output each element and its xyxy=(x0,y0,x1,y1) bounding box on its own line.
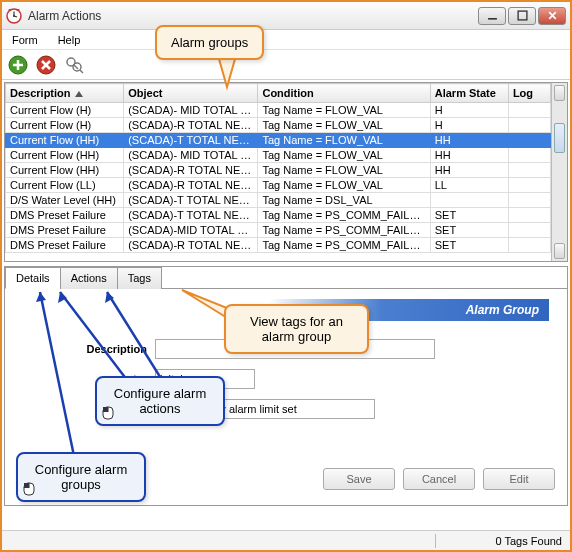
close-button[interactable] xyxy=(538,7,566,25)
cell-description: Current Flow (HH) xyxy=(6,163,124,178)
table-row[interactable]: Current Flow (LL)(SCADA)-R TOTAL NETW…Ta… xyxy=(6,178,551,193)
section-title: Alarm Group xyxy=(466,303,539,317)
titlebar: Alarm Actions xyxy=(2,2,570,30)
cell-object: (SCADA)-T TOTAL NET… xyxy=(124,133,258,148)
cell-log xyxy=(508,178,550,193)
cell-alarm_state: H xyxy=(430,103,508,118)
toolbar xyxy=(2,50,570,80)
cell-log xyxy=(508,133,550,148)
grid-container: Description Object Condition Alarm State… xyxy=(4,82,568,262)
alarm-grid[interactable]: Description Object Condition Alarm State… xyxy=(5,83,551,261)
callout-view-tags: View tags for an alarm group xyxy=(224,304,369,354)
cell-alarm_state: HH xyxy=(430,148,508,163)
cell-condition: Tag Name = FLOW_VAL xyxy=(258,178,430,193)
col-object[interactable]: Object xyxy=(124,84,258,103)
cell-description: DMS Preset Failure xyxy=(6,238,124,253)
cell-description: DMS Preset Failure xyxy=(6,208,124,223)
maximize-button[interactable] xyxy=(508,7,536,25)
edit-button[interactable]: Edit xyxy=(483,468,555,490)
cancel-button[interactable]: Cancel xyxy=(403,468,475,490)
cell-alarm_state xyxy=(430,193,508,208)
cell-description: Current Flow (HH) xyxy=(6,133,124,148)
svg-rect-27 xyxy=(24,483,29,488)
cell-alarm_state: HH xyxy=(430,133,508,148)
cell-object: (SCADA)-MID TOTAL NET. xyxy=(124,223,258,238)
sort-asc-icon xyxy=(75,91,83,97)
minimize-button[interactable] xyxy=(478,7,506,25)
cell-log xyxy=(508,103,550,118)
svg-rect-5 xyxy=(17,9,20,11)
window-title: Alarm Actions xyxy=(28,9,478,23)
cell-log xyxy=(508,223,550,238)
app-icon xyxy=(6,8,22,24)
search-button[interactable] xyxy=(62,53,86,77)
cell-description: DMS Preset Failure xyxy=(6,223,124,238)
cell-log xyxy=(508,208,550,223)
callout-alarm-groups: Alarm groups xyxy=(155,25,264,60)
menu-form[interactable]: Form xyxy=(6,32,44,48)
tab-actions[interactable]: Actions xyxy=(60,267,118,289)
tab-tags[interactable]: Tags xyxy=(117,267,162,289)
description-label: Description xyxy=(15,343,155,355)
cell-condition: Tag Name = DSL_VAL xyxy=(258,193,430,208)
cell-alarm_state: SET xyxy=(430,238,508,253)
svg-rect-24 xyxy=(103,407,108,412)
cell-object: (SCADA)-R TOTAL NETW. xyxy=(124,238,258,253)
cell-log xyxy=(508,238,550,253)
svg-line-17 xyxy=(74,65,78,69)
add-button[interactable] xyxy=(6,53,30,77)
cell-description: Current Flow (HH) xyxy=(6,148,124,163)
callout-configure-groups: Configure alarm groups xyxy=(16,452,146,502)
cell-condition: Tag Name = FLOW_VAL xyxy=(258,163,430,178)
cell-condition: Tag Name = PS_COMM_FAILU… xyxy=(258,238,430,253)
mouse-icon xyxy=(22,482,38,496)
cell-alarm_state: SET xyxy=(430,208,508,223)
vertical-scrollbar[interactable] xyxy=(551,83,567,261)
cell-log xyxy=(508,148,550,163)
table-row[interactable]: Current Flow (HH)(SCADA)- MID TOTAL NETT… xyxy=(6,148,551,163)
cell-object: (SCADA)-R TOTAL NETW… xyxy=(124,118,258,133)
cell-log xyxy=(508,163,550,178)
cell-object: (SCADA)-R TOTAL NETW… xyxy=(124,163,258,178)
table-row[interactable]: Current Flow (HH)(SCADA)-T TOTAL NET…Tag… xyxy=(6,133,551,148)
cell-object: (SCADA)-T TOTAL NETW. xyxy=(124,208,258,223)
cell-alarm_state: LL xyxy=(430,178,508,193)
cell-description: D/S Water Level (HH) xyxy=(6,193,124,208)
delete-button[interactable] xyxy=(34,53,58,77)
cell-condition: Tag Name = PS_COMM_FAILU… xyxy=(258,223,430,238)
tab-details[interactable]: Details xyxy=(5,267,61,289)
table-row[interactable]: DMS Preset Failure(SCADA)-T TOTAL NETW.T… xyxy=(6,208,551,223)
callout-configure-actions: Configure alarm actions xyxy=(95,376,225,426)
cell-object: (SCADA)- MID TOTAL NET xyxy=(124,103,258,118)
col-alarm-state[interactable]: Alarm State xyxy=(430,84,508,103)
table-row[interactable]: Current Flow (H)(SCADA)- MID TOTAL NETTa… xyxy=(6,103,551,118)
col-condition[interactable]: Condition xyxy=(258,84,430,103)
cell-object: (SCADA)- MID TOTAL NET xyxy=(124,148,258,163)
svg-rect-4 xyxy=(9,9,12,11)
cell-object: (SCADA)-R TOTAL NETW… xyxy=(124,178,258,193)
cell-condition: Tag Name = PS_COMM_FAILU… xyxy=(258,208,430,223)
col-log[interactable]: Log xyxy=(508,84,550,103)
cell-description: Current Flow (H) xyxy=(6,118,124,133)
menubar: Form Help xyxy=(2,30,570,50)
table-row[interactable]: Current Flow (H)(SCADA)-R TOTAL NETW…Tag… xyxy=(6,118,551,133)
table-row[interactable]: D/S Water Level (HH)(SCADA)-T TOTAL NETW… xyxy=(6,193,551,208)
save-button[interactable]: Save xyxy=(323,468,395,490)
cell-log xyxy=(508,193,550,208)
table-row[interactable]: DMS Preset Failure(SCADA)-MID TOTAL NET.… xyxy=(6,223,551,238)
svg-rect-7 xyxy=(518,11,527,20)
table-row[interactable]: Current Flow (HH)(SCADA)-R TOTAL NETW…Ta… xyxy=(6,163,551,178)
cell-alarm_state: SET xyxy=(430,223,508,238)
col-description[interactable]: Description xyxy=(6,84,124,103)
tab-strip: Details Actions Tags xyxy=(5,267,567,289)
cell-description: Current Flow (LL) xyxy=(6,178,124,193)
cell-condition: Tag Name = FLOW_VAL xyxy=(258,103,430,118)
cell-condition: Tag Name = FLOW_VAL xyxy=(258,148,430,163)
cell-alarm_state: HH xyxy=(430,163,508,178)
status-separator xyxy=(435,534,436,548)
scrollbar-thumb[interactable] xyxy=(554,123,565,153)
menu-help[interactable]: Help xyxy=(52,32,87,48)
cell-condition: Tag Name = FLOW_VAL xyxy=(258,133,430,148)
statusbar: 0 Tags Found xyxy=(2,530,570,550)
table-row[interactable]: DMS Preset Failure(SCADA)-R TOTAL NETW.T… xyxy=(6,238,551,253)
